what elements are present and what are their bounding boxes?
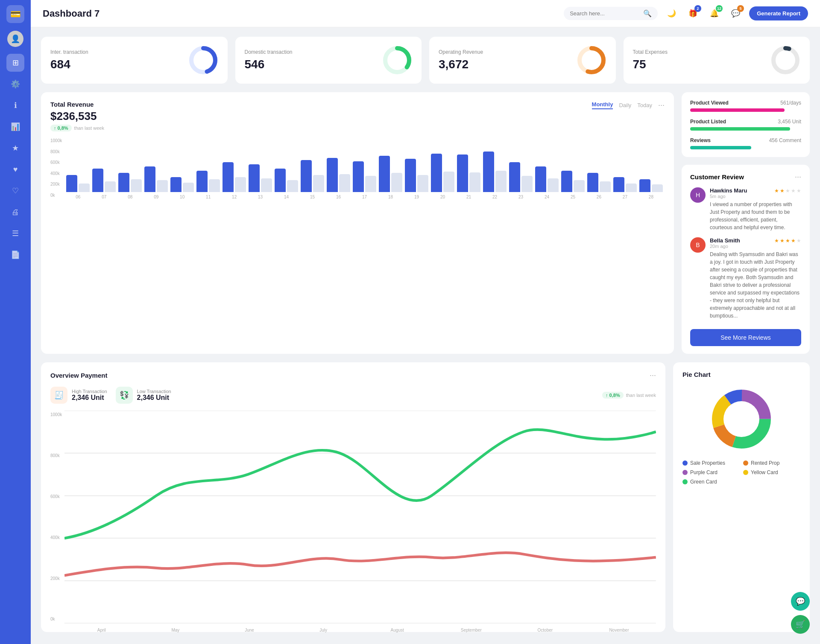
stat-label-3: Total Expenses xyxy=(633,49,668,55)
bar-group xyxy=(561,171,585,192)
x-label-november: November xyxy=(582,628,656,632)
bar-blue xyxy=(66,175,77,192)
x-label: 17 xyxy=(353,195,376,199)
bar-gray xyxy=(600,181,611,192)
review-avatar: B xyxy=(690,237,706,253)
legend-dot xyxy=(682,470,688,475)
bar-blue xyxy=(223,162,234,192)
sidebar-item-analytics[interactable]: 📊 xyxy=(6,118,24,136)
sidebar-item-dashboard[interactable]: ⊞ xyxy=(6,54,24,72)
sidebar-item-print[interactable]: 🖨 xyxy=(6,203,24,221)
sidebar-item-starred[interactable]: ★ xyxy=(6,139,24,157)
bar-gray xyxy=(79,184,90,192)
x-label: 27 xyxy=(613,195,637,199)
svg-point-19 xyxy=(723,401,759,437)
stat-donut-2 xyxy=(577,45,606,75)
low-transaction-label: Low Transaction xyxy=(137,389,171,394)
bell-icon-btn[interactable]: 🔔 12 xyxy=(706,6,722,21)
metric-name-0: Product Viewed xyxy=(690,100,729,106)
bar-blue xyxy=(613,177,624,192)
x-label: 07 xyxy=(92,195,116,199)
x-label: 21 xyxy=(457,195,480,199)
metric-value-2: 456 Comment xyxy=(769,137,801,143)
legend-label: Purple Card xyxy=(690,469,718,475)
sidebar-item-settings[interactable]: ⚙️ xyxy=(6,75,24,93)
bar-gray xyxy=(287,180,298,192)
review-time: 5m ago xyxy=(710,194,801,199)
bar-gray xyxy=(209,179,220,192)
bar-group xyxy=(301,160,324,192)
cart-fab[interactable]: 🛒 xyxy=(791,615,810,634)
sidebar-item-menu[interactable]: ☰ xyxy=(6,224,24,242)
tab-daily[interactable]: Daily xyxy=(619,102,631,108)
stat-value-1: 546 xyxy=(245,58,293,71)
x-label: 11 xyxy=(196,195,220,199)
bar-gray xyxy=(417,175,428,192)
sidebar-item-docs[interactable]: 📄 xyxy=(6,246,24,264)
stat-value-3: 75 xyxy=(633,58,668,71)
x-label: 20 xyxy=(431,195,454,199)
low-transaction-icon: 💱 xyxy=(116,387,133,404)
avatar: 👤 xyxy=(7,31,23,47)
x-label: 09 xyxy=(144,195,168,199)
gift-icon-btn[interactable]: 🎁 2 xyxy=(685,6,700,21)
high-transaction-value: 2,346 Unit xyxy=(72,394,107,402)
bar-group xyxy=(431,154,454,192)
bar-blue xyxy=(509,162,520,192)
review-avatar: H xyxy=(690,187,706,203)
y-axis-labels: 1000k 800k 600k 400k 200k 0k xyxy=(50,137,62,199)
sidebar-item-wishlist[interactable]: ♡ xyxy=(6,182,24,200)
more-options-btn[interactable]: ··· xyxy=(658,101,665,110)
legend-label: Sale Properties xyxy=(690,460,725,466)
sidebar-item-favorites[interactable]: ♥ xyxy=(6,160,24,178)
x-label: 19 xyxy=(405,195,428,199)
low-transaction-stat: 💱 Low Transaction 2,346 Unit xyxy=(116,387,171,404)
bar-gray xyxy=(157,180,168,192)
support-fab[interactable]: 💬 xyxy=(791,592,810,611)
bar-blue xyxy=(379,156,390,192)
pie-chart-title: Pie Chart xyxy=(682,371,800,378)
bar-group xyxy=(118,173,142,192)
legend-item: Green Card xyxy=(682,479,740,485)
revenue-change-badge: ↑ 0,8% xyxy=(50,125,72,131)
x-label-october: October xyxy=(508,628,582,632)
bar-gray xyxy=(652,184,663,192)
bar-gray xyxy=(261,178,272,192)
stat-card-0: Inter. transaction 684 xyxy=(41,37,228,84)
bar-gray xyxy=(131,179,142,192)
bar-gray xyxy=(105,181,116,192)
see-more-reviews-button[interactable]: See More Reviews xyxy=(690,329,801,346)
stat-label-0: Inter. transaction xyxy=(50,49,88,55)
sidebar-item-info[interactable]: ℹ xyxy=(6,96,24,114)
bar-gray xyxy=(391,173,402,192)
x-label: 26 xyxy=(587,195,611,199)
sidebar: 💳 👤 ⊞ ⚙️ ℹ 📊 ★ ♥ ♡ 🖨 ☰ 📄 xyxy=(0,0,31,644)
x-label: 16 xyxy=(327,195,350,199)
bar-group xyxy=(535,166,559,192)
sidebar-logo: 💳 xyxy=(6,5,24,23)
review-item: H Hawkins Maru ★★★★★ 5m ago I viewed a n… xyxy=(690,187,801,231)
svg-point-6 xyxy=(773,48,797,72)
search-box[interactable]: 🔍 xyxy=(564,7,658,20)
tab-monthly[interactable]: Monthly xyxy=(592,101,613,109)
pie-chart-card: Pie Chart Sale Properties xyxy=(673,362,810,632)
x-label: 25 xyxy=(561,195,585,199)
metric-value-0: 561/days xyxy=(780,100,801,106)
bar-blue xyxy=(483,152,494,192)
chat-icon-btn[interactable]: 💬 5 xyxy=(728,6,743,21)
tab-today[interactable]: Today xyxy=(637,102,652,108)
bell-badge: 12 xyxy=(716,5,723,12)
review-more-btn[interactable]: ··· xyxy=(795,172,801,181)
search-input[interactable] xyxy=(570,10,640,17)
bar-blue xyxy=(431,154,442,192)
bar-gray xyxy=(521,176,533,192)
payment-more-btn[interactable]: ··· xyxy=(650,371,656,380)
bar-blue xyxy=(118,173,129,192)
dark-mode-toggle[interactable]: 🌙 xyxy=(664,6,679,21)
revenue-value: $236,535 xyxy=(50,110,104,123)
generate-report-button[interactable]: Generate Report xyxy=(749,6,808,20)
bar-blue xyxy=(170,177,182,192)
revenue-title: Total Revenue xyxy=(50,101,104,108)
metric-row-0: Product Viewed 561/days xyxy=(690,100,801,112)
search-icon: 🔍 xyxy=(643,9,652,17)
